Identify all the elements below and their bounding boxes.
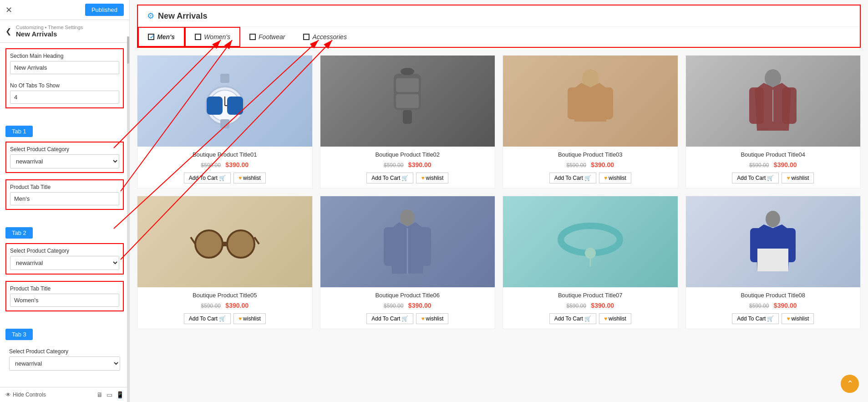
add-cart-button-5[interactable]: Add To Cart 🛒 [184,313,231,324]
tab-womens[interactable]: Women's [186,28,239,46]
wishlist-button-3[interactable]: ♥ wishlist [599,173,631,183]
tab1-category-select[interactable]: newarrival [10,154,119,168]
svg-rect-7 [227,97,243,115]
add-cart-button-3[interactable]: Add To Cart 🛒 [549,173,596,183]
tab1-title-input[interactable]: Men's [10,192,119,205]
add-cart-button-8[interactable]: Add To Cart 🛒 [732,313,779,324]
heart-icon-8: ♥ [787,315,790,322]
product-price-5: $590.00 $390.00 [142,301,308,310]
product-title-6: Boutique Product Title06 [325,292,491,299]
back-arrow-icon[interactable]: ❮ [5,27,11,36]
add-cart-label-6: Add To Cart [371,315,400,322]
tab2-title-label: Product Tab Title [10,285,119,292]
product-card-3: Boutique Product Title03 $590.00 $390.00… [503,55,678,188]
tab2-category-label: Select Product Category [10,248,119,254]
product-image-7 [503,196,678,287]
section-heading-label: Section Main Heading [10,53,119,59]
product-info-8: Boutique Product Title08 $590.00 $390.00… [686,287,861,329]
tab1-title-label: Product Tab Title [10,184,119,190]
scroll-top-button[interactable]: ⌃ [841,375,859,393]
section-icon: ⚙ [147,11,154,21]
heart-icon-6: ♥ [421,315,424,322]
original-price-4: $590.00 [749,162,769,168]
wishlist-button-8[interactable]: ♥ wishlist [782,313,814,324]
add-cart-button-2[interactable]: Add To Cart 🛒 [366,173,413,183]
section-heading-input[interactable]: New Arrivals [10,61,119,74]
cart-icon-4: 🛒 [767,175,774,181]
cart-icon-2: 🛒 [401,175,408,181]
tab-accessories[interactable]: Accessories [294,28,355,46]
heart-icon-5: ♥ [239,315,242,322]
tab3-category-group: Select Product Category newarrival [5,345,124,374]
wishlist-button-4[interactable]: ♥ wishlist [782,173,814,183]
tab3-button[interactable]: Tab 3 [5,329,33,340]
tab-mens-wrapper: Men's [138,27,185,47]
tab1-button[interactable]: Tab 1 [5,126,33,137]
original-price-8: $590.00 [749,303,769,309]
wishlist-button-7[interactable]: ♥ wishlist [599,313,631,324]
breadcrumb-area: ❮ Customizing • Theme Settings New Arriv… [0,20,129,43]
wishlist-button-5[interactable]: ♥ wishlist [233,313,266,324]
tab2-category-select[interactable]: newarrival [10,256,119,270]
add-cart-button-7[interactable]: Add To Cart 🛒 [549,313,596,324]
cart-icon-6: 🛒 [401,315,408,322]
product-info-2: Boutique Product Title02 $590.00 $390.00… [320,147,495,188]
sale-price-5: $390.00 [225,302,249,309]
wishlist-label-8: wishlist [792,315,809,322]
tab1-title-group: Product Tab Title Men's [5,179,124,210]
sale-price-7: $390.00 [591,302,614,309]
published-button[interactable]: Published [85,4,124,16]
tab2-button[interactable]: Tab 2 [5,227,33,239]
product-card-8: Boutique Product Title08 $590.00 $390.00… [685,196,861,329]
product-title-7: Boutique Product Title07 [508,292,673,299]
tab-footwear[interactable]: Footwear [240,28,294,46]
tab-accessories-checkbox [303,34,310,40]
tab3-category-select[interactable]: newarrival [9,356,120,371]
wishlist-button-6[interactable]: ♥ wishlist [416,313,448,324]
add-cart-button-6[interactable]: Add To Cart 🛒 [366,313,413,324]
wishlist-label-7: wishlist [609,315,626,322]
tab2-category-group: Select Product Category newarrival [5,243,124,275]
section-heading-group: Section Main Heading New Arrivals No Of … [5,48,124,108]
scrollbar[interactable] [127,36,129,402]
page-title: New Arrivals [16,30,83,38]
wishlist-label-6: wishlist [426,315,444,322]
tab2-title-input[interactable]: Women's [10,294,119,307]
tablet-icon[interactable]: ▭ [107,391,112,398]
tabs-count-input[interactable]: 4 [10,91,119,104]
add-cart-button-4[interactable]: Add To Cart 🛒 [732,173,779,183]
desktop-icon[interactable]: 🖥 [96,391,103,398]
add-cart-button-1[interactable]: Add To Cart 🛒 [184,173,231,183]
tab-womens-label: Women's [204,33,230,41]
product-title-4: Boutique Product Title04 [690,151,856,158]
mobile-icon[interactable]: 📱 [116,391,124,398]
cart-icon-7: 🛒 [584,315,591,322]
close-button[interactable]: ✕ [5,5,12,15]
breadcrumb-info: Customizing • Theme Settings New Arrival… [16,25,83,38]
product-info-4: Boutique Product Title04 $590.00 $390.00… [686,147,861,188]
panel-scroll-area[interactable]: Section Main Heading New Arrivals No Of … [0,43,129,387]
product-info-1: Boutique Product Title01 $590.00 $390.00… [137,147,312,188]
tab-mens[interactable]: Men's [139,28,184,46]
sale-price-1: $390.00 [225,161,249,168]
product-title-5: Boutique Product Title05 [142,292,308,299]
svg-rect-26 [384,227,399,266]
product-price-4: $590.00 $390.00 [690,161,856,169]
product-card-2: Boutique Product Title02 $590.00 $390.00… [320,55,496,188]
hide-controls-button[interactable]: 👁 Hide Controls [5,392,46,398]
product-info-5: Boutique Product Title05 $590.00 $390.00… [137,287,312,329]
product-actions-5: Add To Cart 🛒 ♥ wishlist [142,313,308,324]
add-cart-label-1: Add To Cart [189,175,218,181]
wishlist-button-2[interactable]: ♥ wishlist [416,173,448,183]
product-actions-3: Add To Cart 🛒 ♥ wishlist [508,173,673,183]
scroll-top-icon: ⌃ [847,379,853,389]
product-price-1: $590.00 $390.00 [142,161,308,169]
cart-icon-5: 🛒 [219,315,226,322]
product-card-7: Boutique Product Title07 $590.00 $390.00… [503,196,678,329]
heart-icon-7: ♥ [604,315,607,322]
product-price-3: $590.00 $390.00 [508,161,673,169]
cart-icon-1: 🛒 [219,175,226,181]
wishlist-button-1[interactable]: ♥ wishlist [233,173,266,183]
hide-controls-label: Hide Controls [13,392,46,398]
product-image-4 [686,56,861,147]
